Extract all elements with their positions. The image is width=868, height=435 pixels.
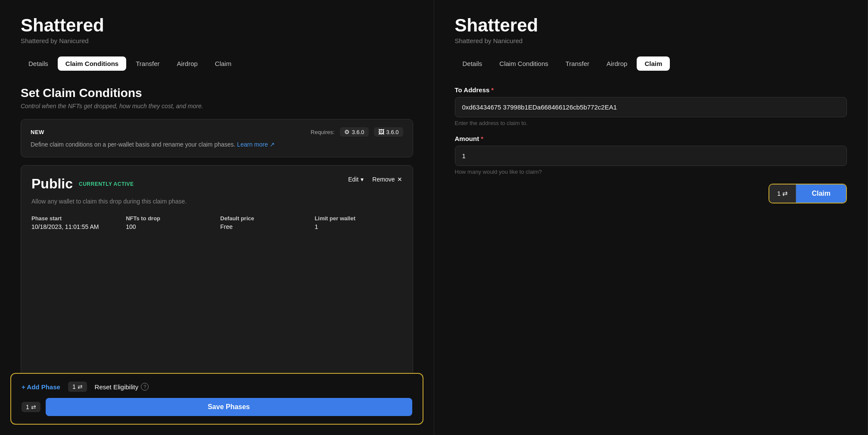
right-title: Shattered [455,16,847,35]
claim-count-chip: 1 ⇄ [769,185,796,203]
right-tabs: Details Claim Conditions Transfer Airdro… [455,56,847,71]
requires-label: Requires: [311,129,335,135]
stat-value-phase-start: 10/18/2023, 11:01:55 AM [31,223,119,230]
phase-stats: Phase start 10/18/2023, 11:01:55 AM NFTs… [31,215,402,230]
stat-nfts-to-drop: NFTs to drop 100 [126,215,213,230]
left-panel: Shattered Shattered by Nanicured Details… [0,0,434,435]
image-icon: 🖼 [378,128,384,135]
active-badge: CURRENTLY ACTIVE [79,181,134,187]
stat-default-price: Default price Free [220,215,308,230]
edit-button[interactable]: Edit ▾ [348,176,364,183]
amount-required-star: * [481,135,483,142]
tab-transfer-right[interactable]: Transfer [558,56,597,71]
bottom-bar: + Add Phase 1 ⇄ Reset Eligibility ? 1 ⇄ … [10,373,423,425]
stat-label-limit: Limit per wallet [314,215,402,222]
stat-label-nfts: NFTs to drop [126,215,213,222]
set-claim-conditions-subtitle: Control when the NFTs get dropped, how m… [21,103,413,110]
address-hint: Enter the address to claim to. [455,120,847,126]
save-count-chip: 1 ⇄ [22,402,40,412]
tab-airdrop-right[interactable]: Airdrop [599,56,635,71]
claim-button[interactable]: Claim [796,185,846,203]
right-subtitle: Shattered by Nanicured [455,37,847,44]
claim-action-group: 1 ⇄ Claim [768,184,847,203]
amount-label: Amount * [455,135,847,142]
stat-label-price: Default price [220,215,308,222]
stat-value-price: Free [220,223,308,230]
stat-value-nfts: 100 [126,223,213,230]
tab-transfer-left[interactable]: Transfer [128,56,167,71]
address-input[interactable] [455,97,847,117]
chevron-down-icon: ▾ [361,176,364,183]
requires-badge-2: 🖼 3.6.0 [374,127,403,137]
reset-eligibility-label: Reset Eligibility ? [95,383,149,391]
bottom-bar-row1: + Add Phase 1 ⇄ Reset Eligibility ? [22,382,412,392]
phase-name-row: Public CURRENTLY ACTIVE [31,176,134,192]
stat-phase-start: Phase start 10/18/2023, 11:01:55 AM [31,215,119,230]
tab-claim-conditions-right[interactable]: Claim Conditions [492,56,556,71]
phase-actions: Edit ▾ Remove ✕ [348,176,402,183]
requires-version-2: 3.6.0 [386,129,399,135]
add-phase-button[interactable]: + Add Phase [22,383,60,391]
save-phases-button[interactable]: Save Phases [46,398,412,416]
requires-badge-1: ⚙ 3.6.0 [340,127,369,137]
tab-airdrop-left[interactable]: Airdrop [169,56,205,71]
count-chip: 1 ⇄ [68,382,87,392]
gear-icon: ⚙ [344,128,350,135]
help-icon[interactable]: ? [141,383,149,391]
claim-action-row: 1 ⇄ Claim [455,184,847,203]
stat-label-phase-start: Phase start [31,215,119,222]
stat-limit-per-wallet: Limit per wallet 1 [314,215,402,230]
info-box-body: Define claim conditions on a per-wallet … [31,140,403,149]
remove-button[interactable]: Remove ✕ [372,176,402,183]
tab-claim-conditions-left[interactable]: Claim Conditions [58,56,126,71]
claim-form: To Address * Enter the address to claim … [455,86,847,203]
amount-hint: How many would you like to claim? [455,169,847,175]
requires-version-1: 3.6.0 [352,129,364,135]
close-icon: ✕ [397,176,402,183]
left-subtitle: Shattered by Nanicured [21,37,413,44]
tab-details-right[interactable]: Details [455,56,490,71]
set-claim-conditions-title: Set Claim Conditions [21,86,413,100]
left-tabs: Details Claim Conditions Transfer Airdro… [21,56,413,71]
address-label: To Address * [455,86,847,94]
amount-input[interactable] [455,146,847,166]
stat-value-limit: 1 [314,223,402,230]
tab-claim-left[interactable]: Claim [207,56,239,71]
phase-description: Allow any wallet to claim this drop duri… [31,198,402,205]
new-info-box: NEW Requires: ⚙ 3.6.0 🖼 3.6.0 Define cla… [21,119,413,157]
right-panel: Shattered Shattered by Nanicured Details… [434,0,868,435]
left-title: Shattered [21,16,413,35]
address-required-star: * [491,86,494,94]
bottom-bar-row2: 1 ⇄ Save Phases [22,398,412,416]
requires-row: Requires: ⚙ 3.6.0 🖼 3.6.0 [311,127,403,137]
tab-details-left[interactable]: Details [21,56,56,71]
phase-name: Public [31,176,73,192]
new-badge: NEW [31,129,44,135]
tab-claim-right[interactable]: Claim [637,56,670,71]
learn-more-link[interactable]: Learn more ↗ [237,141,274,148]
